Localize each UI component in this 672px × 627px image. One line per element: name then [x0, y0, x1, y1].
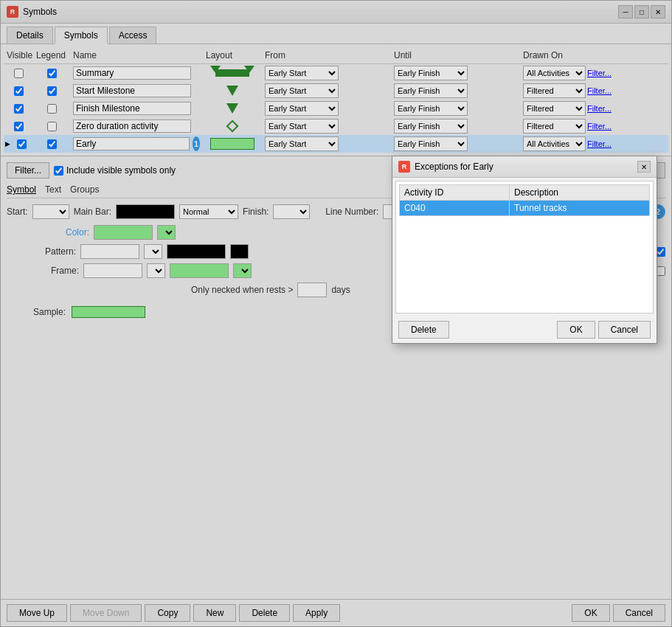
exceptions-modal: R Exceptions for Early ✕ Activity ID Des…	[392, 156, 657, 344]
modal-row-1[interactable]: C040 Tunnel tracks	[400, 201, 650, 216]
modal-cancel-button[interactable]: Cancel	[598, 321, 651, 339]
modal-table-container: Activity ID Description C040 Tunnel trac…	[395, 181, 654, 314]
modal-buttons: Delete OK Cancel	[392, 316, 657, 343]
modal-table: Activity ID Description C040 Tunnel trac…	[399, 184, 650, 216]
modal-title-text: Exceptions for Early	[415, 162, 493, 172]
description-cell-1: Tunnel tracks	[510, 201, 650, 216]
modal-title-bar: R Exceptions for Early ✕	[392, 156, 657, 178]
modal-app-icon: R	[398, 161, 410, 173]
modal-overlay: R Exceptions for Early ✕ Activity ID Des…	[1, 1, 671, 626]
modal-ok-cancel: OK Cancel	[557, 321, 651, 339]
modal-close-button[interactable]: ✕	[637, 161, 651, 173]
modal-header-description: Description	[510, 185, 650, 201]
modal-delete-button[interactable]: Delete	[398, 321, 449, 339]
modal-title-left: R Exceptions for Early	[398, 161, 493, 173]
activity-id-cell-1: C040	[400, 201, 510, 216]
modal-ok-button[interactable]: OK	[557, 321, 595, 339]
main-window: R Symbols ─ □ ✕ Details Symbols Access V…	[0, 0, 672, 627]
modal-header-activity-id: Activity ID	[400, 185, 510, 201]
